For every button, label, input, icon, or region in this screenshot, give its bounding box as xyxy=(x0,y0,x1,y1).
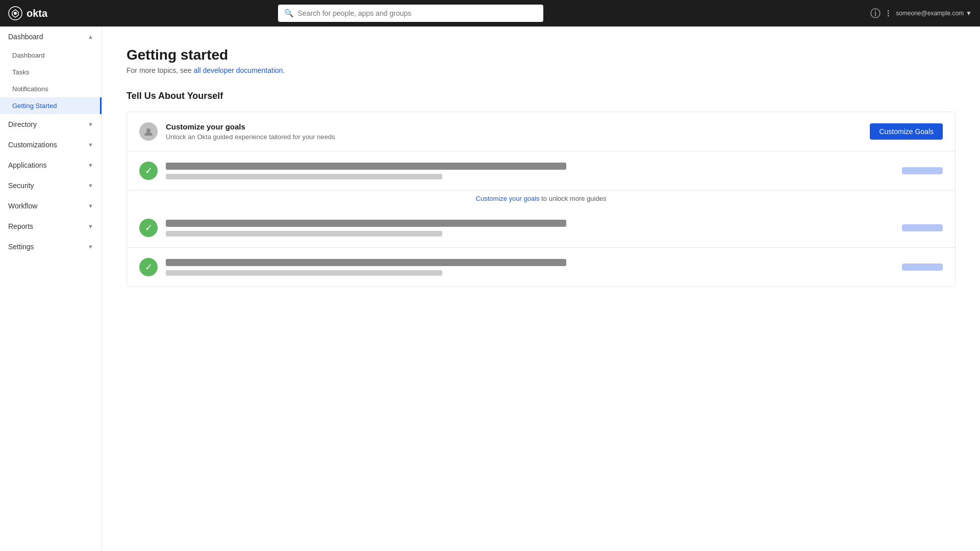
page-subtitle: For more topics, see all developer docum… xyxy=(127,66,956,74)
skeleton-desc-1 xyxy=(166,174,442,179)
sidebar-item-dashboard[interactable]: Dashboard xyxy=(0,47,102,64)
skeleton-title-1 xyxy=(166,163,566,170)
sidebar-item-getting-started[interactable]: Getting Started xyxy=(0,97,102,114)
user-menu[interactable]: someone@example.com ▼ xyxy=(896,10,972,17)
sidebar-section-label-directory: Directory xyxy=(8,120,37,128)
sidebar-section-customizations: Customizations ▼ xyxy=(0,135,102,155)
sidebar-section-header-customizations[interactable]: Customizations ▼ xyxy=(0,135,102,155)
chevron-down-icon: ▼ xyxy=(88,162,93,168)
main-layout: Dashboard ▲ Dashboard Tasks Notification… xyxy=(0,0,980,551)
sidebar-section-label-settings: Settings xyxy=(8,243,34,251)
chevron-down-icon: ▼ xyxy=(88,142,93,148)
locked-action-button-3[interactable] xyxy=(902,264,943,271)
sidebar: Dashboard ▲ Dashboard Tasks Notification… xyxy=(0,27,102,551)
sidebar-section-dashboard: Dashboard ▲ Dashboard Tasks Notification… xyxy=(0,27,102,114)
unlock-hint: Customize your goals to unlock more guid… xyxy=(127,191,955,208)
sidebar-section-label-applications: Applications xyxy=(8,161,47,169)
sidebar-section-header-applications[interactable]: Applications ▼ xyxy=(0,155,102,175)
locked-goal-content-1 xyxy=(166,163,894,179)
sidebar-section-workflow: Workflow ▼ xyxy=(0,196,102,216)
sidebar-section-label-reports: Reports xyxy=(8,222,33,230)
search-icon: 🔍 xyxy=(284,9,294,18)
customize-goals-link[interactable]: Customize your goals xyxy=(476,195,540,202)
chevron-down-icon: ▼ xyxy=(88,244,93,250)
sidebar-section-reports: Reports ▼ xyxy=(0,216,102,237)
search-bar[interactable]: 🔍 xyxy=(278,5,543,22)
sidebar-section-header-dashboard[interactable]: Dashboard ▲ xyxy=(0,27,102,47)
sidebar-section-applications: Applications ▼ xyxy=(0,155,102,175)
goal-title: Customize your goals xyxy=(166,122,862,131)
customize-goals-row: Customize your goals Unlock an Okta guid… xyxy=(127,112,955,151)
goal-description: Unlock an Okta guided experience tailore… xyxy=(166,133,862,141)
chevron-down-icon: ▼ xyxy=(88,121,93,127)
svg-point-2 xyxy=(146,128,150,133)
help-icon[interactable]: ⓘ xyxy=(870,7,881,20)
sidebar-section-label-security: Security xyxy=(8,181,34,190)
sidebar-section-directory: Directory ▼ xyxy=(0,114,102,135)
user-chevron-icon: ▼ xyxy=(966,10,972,17)
sidebar-section-header-settings[interactable]: Settings ▼ xyxy=(0,237,102,257)
sidebar-section-header-workflow[interactable]: Workflow ▼ xyxy=(0,196,102,216)
unlock-text: to unlock more guides xyxy=(541,195,606,202)
chevron-down-icon: ▼ xyxy=(88,182,93,189)
sidebar-section-label: Dashboard xyxy=(8,33,43,41)
skeleton-desc-2 xyxy=(166,231,442,237)
skeleton-title-2 xyxy=(166,220,566,227)
page-title: Getting started xyxy=(127,47,956,63)
sidebar-section-label-customizations: Customizations xyxy=(8,141,57,149)
skeleton-title-3 xyxy=(166,259,566,266)
developer-docs-link[interactable]: all developer documentation. xyxy=(194,66,285,74)
customize-goals-button[interactable]: Customize Goals xyxy=(870,123,943,140)
section-title: Tell Us About Yourself xyxy=(127,91,956,101)
goals-card: Customize your goals Unlock an Okta guid… xyxy=(127,112,956,287)
sidebar-section-header-reports[interactable]: Reports ▼ xyxy=(0,216,102,237)
chevron-down-icon: ▼ xyxy=(88,223,93,229)
sidebar-item-tasks[interactable]: Tasks xyxy=(0,64,102,81)
subtitle-prefix: For more topics, see xyxy=(127,66,194,74)
sidebar-section-security: Security ▼ xyxy=(0,175,102,196)
search-input[interactable] xyxy=(298,9,537,17)
locked-goal-row-1: ✓ xyxy=(127,151,955,191)
locked-goal-row-3: ✓ xyxy=(127,248,955,286)
sidebar-section-label-workflow: Workflow xyxy=(8,202,37,210)
okta-logo[interactable]: okta xyxy=(8,6,110,20)
sidebar-item-notifications[interactable]: Notifications xyxy=(0,81,102,97)
locked-goal-content-3 xyxy=(166,259,894,276)
chevron-down-icon: ▼ xyxy=(88,203,93,209)
logo-text: okta xyxy=(27,8,47,19)
goal-check-icon-1: ✓ xyxy=(139,162,158,180)
skeleton-desc-3 xyxy=(166,270,442,276)
svg-point-1 xyxy=(14,12,17,15)
nav-icons: ⓘ ⁝ someone@example.com ▼ xyxy=(870,7,972,20)
top-navigation: okta 🔍 ⓘ ⁝ someone@example.com ▼ xyxy=(0,0,980,27)
sidebar-section-header-directory[interactable]: Directory ▼ xyxy=(0,114,102,135)
locked-goal-row-2: ✓ xyxy=(127,208,955,248)
chevron-up-icon: ▲ xyxy=(88,34,93,40)
goal-avatar-icon xyxy=(139,122,158,141)
locked-goal-content-2 xyxy=(166,220,894,237)
apps-grid-icon[interactable]: ⁝ xyxy=(887,7,890,19)
locked-action-button-1[interactable] xyxy=(902,167,943,174)
goal-text-block: Customize your goals Unlock an Okta guid… xyxy=(166,122,862,141)
locked-action-button-2[interactable] xyxy=(902,224,943,231)
user-email: someone@example.com xyxy=(896,10,964,17)
sidebar-section-settings: Settings ▼ xyxy=(0,237,102,257)
main-content: Getting started For more topics, see all… xyxy=(102,27,980,551)
sidebar-section-header-security[interactable]: Security ▼ xyxy=(0,175,102,196)
goal-check-icon-3: ✓ xyxy=(139,258,158,276)
goal-check-icon-2: ✓ xyxy=(139,219,158,237)
